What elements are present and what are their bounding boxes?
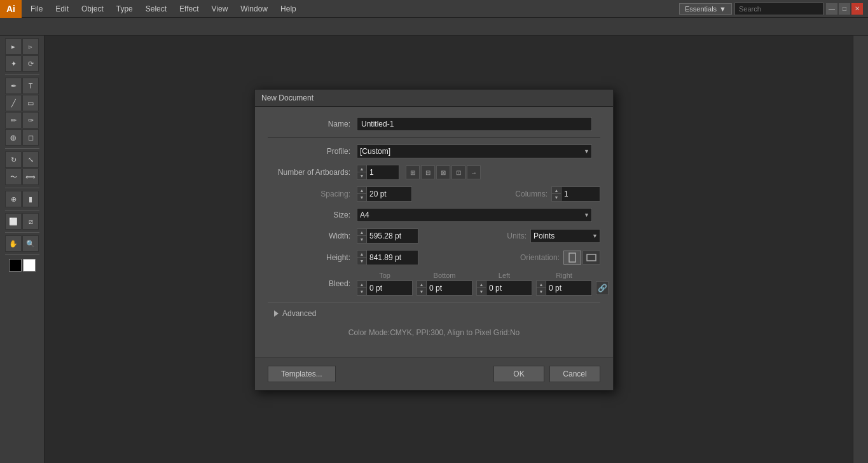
size-select[interactable]: A4 A3 A5 Letter Legal Tabloid (357, 208, 592, 222)
scale-tool[interactable]: ⤡ (22, 151, 39, 168)
width-tool[interactable]: ⟺ (22, 169, 39, 185)
menu-object[interactable]: Object (75, 0, 110, 17)
width-value[interactable] (367, 229, 418, 243)
menu-window[interactable]: Window (234, 0, 274, 17)
pencil-tool[interactable]: ✑ (22, 112, 39, 128)
bleed-left-up[interactable]: ▲ (477, 281, 486, 288)
width-spin-up[interactable]: ▲ (357, 229, 366, 236)
essentials-button[interactable]: Essentials ▼ (679, 3, 732, 15)
spacing-arrows[interactable]: ▲ ▼ (357, 187, 367, 201)
artboards-value[interactable] (367, 165, 399, 179)
grid-by-row-icon[interactable]: ⊞ (406, 165, 420, 179)
templates-button[interactable]: Templates... (268, 366, 336, 382)
ok-cancel-group: OK Cancel (493, 366, 600, 382)
advanced-toggle[interactable]: Advanced (268, 309, 600, 318)
bleed-bottom-down[interactable]: ▼ (417, 288, 426, 295)
bleed-left-down[interactable]: ▼ (477, 288, 486, 295)
menu-file[interactable]: File (24, 0, 49, 17)
artboard-tool[interactable]: ⬜ (5, 213, 22, 230)
search-input[interactable] (734, 3, 823, 15)
bleed-right-arrows[interactable]: ▲ ▼ (537, 281, 546, 295)
bleed-top-up[interactable]: ▲ (357, 281, 366, 288)
bleed-bottom-arrows[interactable]: ▲ ▼ (417, 281, 427, 295)
arrange-by-col-icon[interactable]: ⊡ (451, 165, 465, 179)
magic-wand-tool[interactable]: ✦ (5, 55, 22, 72)
zoom-tool[interactable]: 🔍 (22, 235, 39, 252)
columns-value[interactable] (561, 187, 600, 201)
fill-color[interactable] (9, 259, 22, 272)
landscape-button[interactable] (582, 251, 600, 265)
bleed-bottom-value[interactable] (427, 281, 465, 295)
height-spin-down[interactable]: ▼ (357, 258, 366, 265)
columns-arrows[interactable]: ▲ ▼ (552, 187, 561, 201)
ok-button[interactable]: OK (493, 366, 544, 382)
spacing-value[interactable] (367, 187, 411, 201)
arrange-by-row-icon[interactable]: ⊠ (436, 165, 450, 179)
minimize-button[interactable]: — (826, 3, 837, 15)
profile-select[interactable]: [Custom] Print Web Mobile Video and Film… (357, 144, 592, 158)
stroke-color[interactable] (23, 259, 36, 272)
size-select-wrapper: A4 A3 A5 Letter Legal Tabloid (357, 208, 592, 222)
bleed-right-value[interactable] (546, 281, 584, 295)
symbol-sprayer-tool[interactable]: ⊕ (5, 191, 22, 207)
tool-divider-6 (5, 254, 39, 255)
right-to-left-icon[interactable]: → (467, 165, 481, 179)
width-arrows[interactable]: ▲ ▼ (357, 229, 367, 243)
width-spin-down[interactable]: ▼ (357, 236, 366, 243)
bleed-top-arrows[interactable]: ▲ ▼ (357, 281, 367, 295)
pen-tool[interactable]: ✒ (5, 78, 22, 94)
columns-spin-down[interactable]: ▼ (552, 194, 561, 201)
close-button[interactable]: ✕ (851, 3, 863, 15)
menu-edit[interactable]: Edit (49, 0, 75, 17)
maximize-button[interactable]: □ (839, 3, 850, 15)
width-label: Width: (268, 232, 357, 240)
bleed-left-value[interactable] (486, 281, 525, 295)
slice-tool[interactable]: ⧄ (22, 213, 39, 230)
cancel-button[interactable]: Cancel (549, 366, 600, 382)
menu-type[interactable]: Type (110, 0, 139, 17)
artboards-row: Number of Artboards: ▲ ▼ ⊞ ⊟ ⊠ ⊡ → (268, 165, 600, 180)
column-graph-tool[interactable]: ▮ (22, 191, 39, 207)
columns-spin-up[interactable]: ▲ (552, 187, 561, 194)
spacing-spin-down[interactable]: ▼ (357, 194, 366, 201)
selection-tool[interactable]: ▸ (5, 38, 22, 55)
bleed-bottom-label: Bottom (417, 272, 472, 279)
bleed-right-down[interactable]: ▼ (537, 288, 546, 295)
artboards-spin-up[interactable]: ▲ (357, 165, 366, 172)
type-tool[interactable]: T (22, 78, 39, 94)
rect-tool[interactable]: ▭ (22, 95, 39, 111)
artboards-spinner-arrows[interactable]: ▲ ▼ (357, 165, 367, 179)
color-swatches (9, 259, 36, 272)
menu-help[interactable]: Help (274, 0, 303, 17)
menu-view[interactable]: View (205, 0, 235, 17)
line-tool[interactable]: ╱ (5, 95, 22, 111)
artboards-spin-down[interactable]: ▼ (357, 172, 366, 179)
bleed-link-icon[interactable]: 🔗 (596, 281, 609, 295)
bleed-bottom-up[interactable]: ▲ (417, 281, 426, 288)
rotate-tool[interactable]: ↻ (5, 151, 22, 168)
lasso-tool[interactable]: ⟳ (22, 55, 39, 72)
artboards-spinner: ▲ ▼ (357, 165, 399, 180)
eraser-tool[interactable]: ◻ (22, 129, 39, 146)
hand-tool[interactable]: ✋ (5, 235, 22, 252)
bleed-right-up[interactable]: ▲ (537, 281, 546, 288)
paintbrush-tool[interactable]: ✏ (5, 112, 22, 128)
height-value[interactable] (367, 251, 418, 265)
menu-select[interactable]: Select (139, 0, 173, 17)
essentials-chevron-icon: ▼ (719, 5, 726, 13)
height-spin-up[interactable]: ▲ (357, 251, 366, 258)
bleed-top-value[interactable] (367, 281, 405, 295)
blob-brush-tool[interactable]: ◍ (5, 129, 22, 146)
units-select[interactable]: Points Pixels Picas Inches Millimeters C… (530, 229, 600, 243)
height-arrows[interactable]: ▲ ▼ (357, 251, 367, 265)
grid-by-col-icon[interactable]: ⊟ (421, 165, 435, 179)
name-input[interactable] (357, 117, 592, 131)
direct-selection-tool[interactable]: ▹ (22, 38, 39, 55)
warp-tool[interactable]: 〜 (5, 169, 22, 185)
columns-group: Columns: ▲ ▼ (515, 186, 600, 202)
bleed-top-down[interactable]: ▼ (357, 288, 366, 295)
portrait-button[interactable] (563, 251, 581, 265)
menu-effect[interactable]: Effect (173, 0, 205, 17)
bleed-left-arrows[interactable]: ▲ ▼ (477, 281, 486, 295)
spacing-spin-up[interactable]: ▲ (357, 187, 366, 194)
